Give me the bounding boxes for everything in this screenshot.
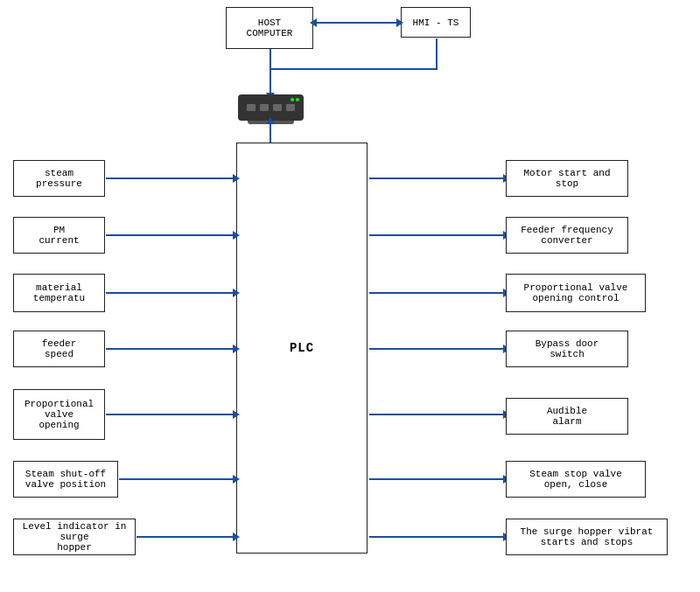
material-temp-arrow bbox=[106, 292, 234, 294]
audible-alarm-arrow bbox=[369, 414, 505, 415]
steam-stop-valve-arrow bbox=[369, 478, 505, 480]
feeder-speed-arrow bbox=[106, 348, 234, 350]
prop-valve-opening-arrow bbox=[106, 414, 234, 415]
feeder-freq-box: Feeder frequencyconverter bbox=[506, 217, 628, 254]
motor-start-box: Motor start andstop bbox=[506, 160, 628, 197]
hmi-horizontal-line bbox=[271, 68, 438, 70]
feeder-freq-arrow bbox=[369, 234, 505, 236]
switch-up-arrow bbox=[270, 122, 271, 144]
material-temp-box: materialtemperatu bbox=[13, 274, 105, 312]
motor-start-arrow bbox=[369, 178, 505, 179]
level-indicator-arrow bbox=[136, 536, 234, 538]
steam-shutoff-box: Steam shut-offvalve position bbox=[13, 461, 118, 498]
host-computer-box: HOST COMPUTER bbox=[226, 7, 313, 49]
steam-shutoff-arrow bbox=[119, 478, 234, 480]
steam-stop-valve-box: Steam stop valveopen, close bbox=[506, 461, 646, 498]
host-hmi-arrow bbox=[315, 22, 398, 24]
plc-box: PLC bbox=[236, 143, 368, 554]
level-indicator-box: Level indicator in surgehopper bbox=[13, 519, 136, 555]
hmi-down-line bbox=[436, 38, 438, 68]
prop-valve-ctrl-box: Proportional valveopening control bbox=[506, 274, 646, 312]
feeder-speed-box: feederspeed bbox=[13, 331, 105, 367]
bypass-door-box: Bypass doorswitch bbox=[506, 331, 628, 367]
steam-pressure-arrow bbox=[106, 178, 234, 179]
audible-alarm-box: Audiblealarm bbox=[506, 398, 628, 435]
steam-pressure-box: steampressure bbox=[13, 160, 105, 197]
surge-hopper-arrow bbox=[369, 536, 505, 538]
prop-valve-opening-box: Proportionalvalveopening bbox=[13, 389, 105, 440]
prop-valve-ctrl-arrow bbox=[369, 292, 505, 294]
pm-current-arrow bbox=[106, 234, 234, 236]
surge-hopper-box: The surge hopper vibratstarts and stops bbox=[506, 519, 668, 555]
pm-current-box: PMcurrent bbox=[13, 217, 105, 254]
host-down-arrow bbox=[270, 49, 271, 94]
hmi-ts-box: HMI - TS bbox=[401, 7, 471, 38]
bypass-door-arrow bbox=[369, 348, 505, 350]
diagram: HOST COMPUTER HMI - TS PLC steampre bbox=[0, 0, 700, 592]
